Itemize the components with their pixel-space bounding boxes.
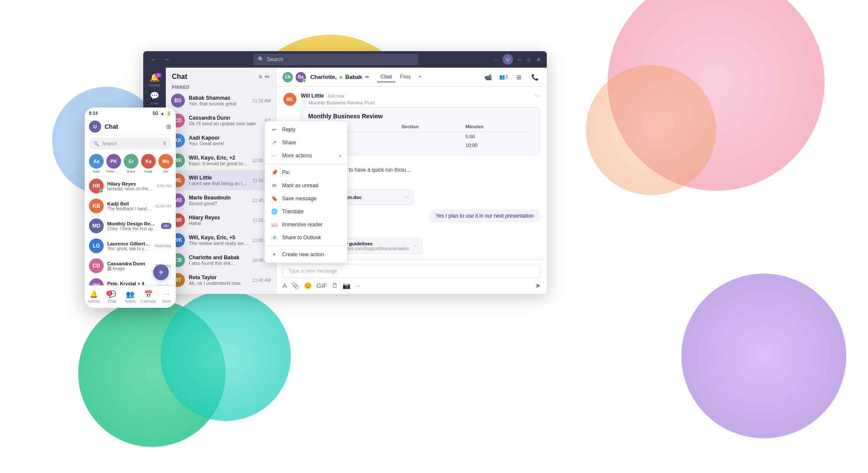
video-call-icon[interactable]: 📹 <box>482 71 494 83</box>
menu-item-more-actions[interactable]: ··· More actions › <box>265 149 347 162</box>
attach-icon[interactable]: 📎 <box>291 282 299 290</box>
own-message-text: Yes I plan to use it in our next present… <box>436 213 534 219</box>
maximize-button[interactable]: □ <box>526 56 532 62</box>
chat-item-marie[interactable]: MB Marie Beaudouin Sound good? 11:40 AM <box>166 190 276 210</box>
phone-nav-activity[interactable]: 🔔 Activity <box>85 290 103 303</box>
recent-peter[interactable]: PK Peter, Kry... <box>106 154 121 173</box>
recent-kadji-avatar: Ka <box>141 154 156 169</box>
forward-button[interactable]: → <box>161 55 172 64</box>
more-icon[interactable]: ··· <box>355 282 361 289</box>
menu-item-mark-unread[interactable]: ✉ Mark as unread <box>265 179 347 192</box>
chat-item-charlotte-babak[interactable]: CB Charlotte and Babak I also found this… <box>166 250 276 270</box>
back-button[interactable]: ← <box>148 55 159 64</box>
message-input-box[interactable]: Type a new message <box>283 264 541 278</box>
chat-item-will-group2[interactable]: WK Will, Kayo, Eric, +5 The review went … <box>166 230 276 250</box>
recent-kadji-label: Kadji <box>145 170 152 173</box>
menu-item-immersive-reader[interactable]: 📖 Immersive reader <box>265 218 347 231</box>
reply-label: Reply <box>282 127 296 133</box>
phone-cassandra-info: Cassandra Dunn 🖼 Image <box>107 261 151 271</box>
search-text: Search <box>267 56 283 62</box>
monthly-badge: MD <box>161 223 171 229</box>
sidebar-item-chat[interactable]: 💬 Chat <box>147 90 162 106</box>
fluid-card-title: Monthly Business Review <box>308 113 533 120</box>
recent-kadji[interactable]: Ka Kadji <box>141 154 156 173</box>
phone-nav-teams[interactable]: 👥 Teams <box>121 290 139 303</box>
phone-chat-monthly[interactable]: MD Monthly Design Review Chris: I think … <box>85 216 176 236</box>
phone-icon[interactable]: 📞 <box>529 71 541 83</box>
chat-item-reta[interactable]: RT Reta Taylor Ah, ok I understand now. … <box>166 270 276 290</box>
message-more-icon[interactable]: ··· <box>535 92 540 99</box>
activity-label: Activity <box>149 83 160 87</box>
online-indicator <box>302 79 306 82</box>
phone-search-icon: 🔍 <box>93 141 99 147</box>
phone-teams-icon: 👥 <box>126 290 135 298</box>
edit-icon[interactable]: ✏ <box>365 74 369 80</box>
phone-mic-icon[interactable]: 🎙 <box>162 141 167 146</box>
will-group2-info: Will, Kayo, Eric, +5 The review went rea… <box>189 235 249 246</box>
compose-icon[interactable]: ✏ <box>265 73 270 80</box>
menu-item-pin[interactable]: 📌 Pin <box>265 166 347 179</box>
phone-chat-laurence[interactable]: LG Laurence Gilbertson You: great, talk … <box>85 236 176 256</box>
phone-calendar-icon: 📅 <box>144 290 153 298</box>
user-avatar[interactable]: U <box>503 54 513 65</box>
menu-item-share[interactable]: ↗ Share <box>265 136 347 149</box>
message-toolbar: A 📎 😊 GIF 🗒 📷 ··· ➤ <box>283 281 541 290</box>
phone-filter-icon[interactable]: ⊞ <box>166 123 171 130</box>
babak-name: Babak Shammas <box>189 95 249 101</box>
charlotte-babak-info: Charlotte and Babak I also found this li… <box>189 254 249 266</box>
minimize-button[interactable]: ─ <box>516 56 523 62</box>
filter-icon[interactable]: ≡ <box>259 73 262 80</box>
search-box[interactable]: 🔍 Search <box>253 54 418 65</box>
chat-item-will-group[interactable]: WK Will, Kayo, Eric, +2 Kayo: It would b… <box>166 150 276 170</box>
emoji-icon[interactable]: 😊 <box>304 282 312 290</box>
more-options-button[interactable]: ··· <box>495 56 499 62</box>
message-placeholder: Type a new message <box>288 268 337 274</box>
tab-files[interactable]: Files <box>396 72 414 82</box>
chat-item-cassandra[interactable]: CD Cassandra Dunn Ok I'll send an update… <box>166 111 276 130</box>
menu-item-save-message[interactable]: 🔖 Save message <box>265 192 347 205</box>
phone-chat-kadji[interactable]: KB Kadji Bell The feedback I handed over… <box>85 196 176 216</box>
phone-nav-calendar[interactable]: 📅 Calendar <box>139 290 158 303</box>
participants-count[interactable]: 👥3 <box>497 71 510 83</box>
hilary-name: Hilary Reyes <box>189 215 249 221</box>
chat-item-aadi[interactable]: AK Aadi Kapoor You: Great work! 6/2 <box>166 130 276 150</box>
gif-icon[interactable]: GIF <box>316 282 327 289</box>
phone-laurence-name: Laurence Gilbertson <box>107 241 151 246</box>
link-more-icon[interactable]: ··· <box>413 243 418 249</box>
phone-chat-hilary[interactable]: HR Hilary Reyes fantastic news on the ma… <box>85 176 176 196</box>
phone-nav-more[interactable]: ··· More <box>158 290 176 303</box>
sticker-icon[interactable]: 🗒 <box>332 282 338 289</box>
phone-nav-chat[interactable]: 💬 Chat 2 <box>103 290 121 303</box>
menu-item-translate[interactable]: 🌐 Translate <box>265 205 347 218</box>
chat-item-will-little[interactable]: WL Will Little I don't see that being an… <box>166 170 276 190</box>
attachment-more-icon[interactable]: ··· <box>404 194 409 200</box>
recent-erika[interactable]: Er Erika <box>124 154 138 173</box>
recent-mo[interactable]: Mo Mo <box>158 154 173 173</box>
recent-aadi[interactable]: Aa Aadi <box>89 154 104 173</box>
menu-item-create-action[interactable]: + Create new action <box>265 248 347 261</box>
chat-item-hilary[interactable]: HR Hilary Reyes Haha! 11:02 AM <box>166 210 276 230</box>
tab-chat[interactable]: Chat <box>377 72 396 82</box>
sidebar-item-activity[interactable]: 🔔 Activity 2 <box>147 72 162 88</box>
create-action-label: Create new action <box>282 251 324 258</box>
menu-item-share-outlook[interactable]: 📧 Share to Outlook <box>265 231 347 244</box>
phone-compose-button[interactable]: + <box>153 264 169 280</box>
close-button[interactable]: ✕ <box>536 56 542 62</box>
will-msg-time: Just now <box>327 94 344 98</box>
chat-item-babak[interactable]: BS Babak Shammas Yah, that sounds great … <box>166 91 276 111</box>
wifi-icon: ▲ <box>160 111 164 116</box>
charlotte-avatar: Ch <box>283 72 293 82</box>
format-icon[interactable]: A <box>283 282 287 289</box>
popout-icon[interactable]: ⊞ <box>513 71 525 83</box>
tab-add[interactable]: + <box>415 72 425 82</box>
teal-bg-circle <box>161 291 291 421</box>
share-icon: ↗ <box>271 140 278 146</box>
phone-user-avatar[interactable]: U <box>89 121 101 133</box>
own-message-bubble: Yes I plan to use it in our next present… <box>430 209 540 222</box>
will-group2-preview: The review went really well! Can't wai..… <box>189 241 249 246</box>
immersive-reader-label: Immersive reader <box>282 222 322 228</box>
phone-search[interactable]: 🔍 Search 🎙 <box>89 137 171 150</box>
meet-icon[interactable]: 📷 <box>342 282 351 290</box>
menu-item-reply[interactable]: ↩ Reply <box>265 123 347 136</box>
send-button[interactable]: ➤ <box>535 281 541 290</box>
